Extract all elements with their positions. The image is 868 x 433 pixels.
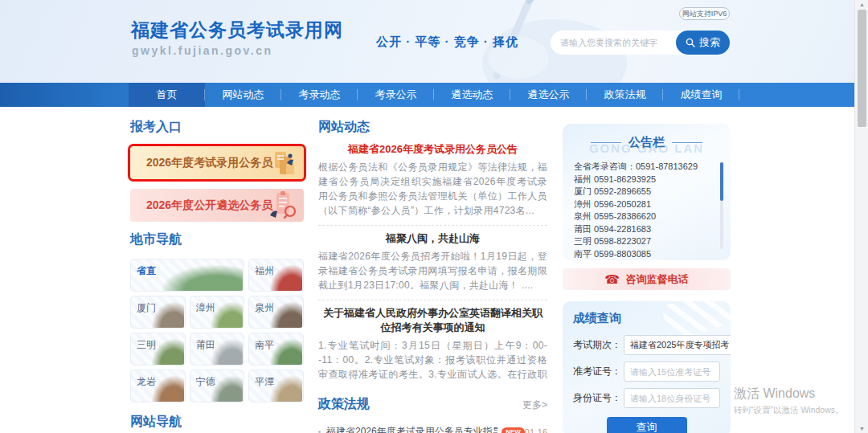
news-article-title[interactable]: 关于福建省人民政府外事办公室英语翻译相关职位招考有关事项的通知 bbox=[323, 306, 542, 335]
id-number-input[interactable] bbox=[624, 388, 720, 408]
city-card[interactable]: 龙岩 bbox=[130, 370, 186, 402]
id-number-row: 身份证号： bbox=[573, 388, 720, 408]
nav-item[interactable]: 遴选公示 bbox=[510, 83, 587, 107]
city-photo bbox=[270, 339, 302, 365]
news-article-body: 根据公务员法和《公务员录用规定》等法律法规，福建省公务员局决定组织实施福建省20… bbox=[318, 160, 547, 218]
nav-item-label: 遴选公示 bbox=[528, 88, 570, 100]
exam-session-label: 考试期次： bbox=[573, 338, 624, 352]
news-heading: 网站动态 bbox=[318, 119, 547, 136]
board-title: 公告栏 bbox=[628, 135, 665, 150]
city-card[interactable]: 厦门 bbox=[130, 296, 186, 329]
city-card[interactable]: 三明 bbox=[130, 333, 186, 366]
search-button[interactable]: 搜索 bbox=[676, 31, 730, 55]
phone-item: 福州 0591-86293925 bbox=[574, 174, 719, 186]
nav-item[interactable]: 政策法规 bbox=[587, 83, 663, 107]
news-article-title[interactable]: 福聚八闽，共赴山海 bbox=[323, 231, 542, 246]
documents-person-icon bbox=[264, 149, 299, 178]
policy-title[interactable]: 福建省2026年度考试录用公务员专业指导目录 bbox=[326, 425, 497, 433]
city-grid: 省直 福州 厦门 漳州 泉州 三明 bbox=[130, 259, 304, 402]
exam-session-value: 福建省2025年度专项招考 bbox=[630, 339, 729, 351]
city-label: 漳州 bbox=[196, 301, 215, 315]
policy-date: 01-16 bbox=[525, 427, 547, 433]
nav-item[interactable]: 网站动态 bbox=[205, 83, 281, 107]
city-photo bbox=[152, 376, 184, 402]
nav-item[interactable]: 考录公示 bbox=[358, 83, 434, 107]
nav-item-label: 网站动态 bbox=[223, 88, 264, 100]
middle-column: 网站动态 福建省2026年度考试录用公务员公告 根据公务员法和《公务员录用规定》… bbox=[318, 112, 547, 433]
ipv6-badge: 网站支持IPV6 bbox=[679, 7, 730, 20]
score-query-card: 成绩查询 考试期次： 福建省2025年度专项招考 准考证号： 身份证号： 查询 bbox=[563, 301, 731, 433]
city-card[interactable]: 漳州 bbox=[190, 296, 245, 329]
city-card[interactable]: 福州 bbox=[248, 259, 304, 292]
windows-activation-watermark: 激活 Windows 转到“设置”以激活 Windows。 bbox=[734, 386, 844, 416]
site-url: gwykl.fujian.gov.cn bbox=[132, 44, 273, 57]
board-scrollbar[interactable] bbox=[720, 162, 723, 249]
admission-number-row: 准考证号： bbox=[573, 362, 720, 382]
query-button[interactable]: 查询 bbox=[607, 417, 687, 433]
main-nav: 首页 网站动态 考录动态 考录公示 遴选动态 遴选公示 政策法规 bbox=[0, 83, 854, 107]
city-card[interactable]: 南平 bbox=[248, 333, 304, 366]
search-icon bbox=[686, 38, 695, 47]
exam-session-select[interactable]: 福建省2025年度专项招考 bbox=[624, 335, 731, 355]
city-label: 平潭 bbox=[255, 375, 274, 389]
scrollbar-thumb[interactable] bbox=[858, 10, 866, 127]
admission-number-label: 准考证号： bbox=[573, 365, 624, 378]
city-card[interactable]: 平潭 bbox=[248, 370, 304, 402]
city-photo bbox=[162, 265, 243, 291]
divider bbox=[318, 225, 547, 226]
phone-item: 南平 0599-8803085 bbox=[574, 248, 719, 261]
policy-row[interactable]: 福建省2026年度考试录用公务员专业指导目录 NEW 01-16 bbox=[318, 423, 547, 433]
phone-list: 全省考录咨询：0591-87813629 福州 0591-86293925 厦门… bbox=[574, 161, 719, 260]
policy-more-link[interactable]: 更多> bbox=[522, 398, 547, 412]
city-label: 宁德 bbox=[196, 375, 215, 389]
phone-item: 厦门 0592-2896655 bbox=[574, 186, 719, 198]
city-label: 龙岩 bbox=[137, 375, 156, 389]
nav-item[interactable]: 遴选动态 bbox=[434, 83, 510, 107]
city-label: 莆田 bbox=[196, 338, 215, 352]
phone-item: 三明 0598-8223027 bbox=[574, 235, 719, 248]
nav-item[interactable]: 首页 bbox=[129, 83, 205, 107]
page-header: 福建省公务员考试录用网 gwykl.fujian.gov.cn 公开 · 平等 … bbox=[0, 0, 854, 83]
search-bar: 搜索 bbox=[551, 31, 730, 55]
left-column: 报考入口 2026年度考试录用公务员 2026年度公开遴选公务员 地市导航 bbox=[130, 112, 304, 433]
city-label: 南平 bbox=[255, 338, 274, 352]
policy-heading: 政策法规 bbox=[318, 396, 370, 413]
city-label: 泉州 bbox=[255, 301, 274, 315]
entry-banner-open-selection[interactable]: 2026年度公开遴选公务员 bbox=[130, 189, 304, 222]
scrollbar-down-arrow[interactable]: ▼ bbox=[855, 426, 868, 431]
city-photo bbox=[211, 376, 243, 402]
entry-heading: 报考入口 bbox=[130, 119, 304, 136]
telephone-icon: ☎ bbox=[604, 273, 620, 285]
search-input[interactable] bbox=[551, 31, 684, 55]
board-header: 公告栏 bbox=[574, 135, 719, 150]
entry-banner-exam-recruit[interactable]: 2026年度考试录用公务员 bbox=[130, 146, 304, 179]
right-column: GONG GAO LAN 公告栏 全省考录咨询：0591-87813629 福州… bbox=[563, 112, 731, 433]
entry-banner-label: 2026年度公开遴选公务员 bbox=[146, 198, 272, 213]
site-title: 福建省公务员考试录用网 bbox=[131, 18, 343, 43]
city-card[interactable]: 莆田 bbox=[190, 333, 245, 366]
phone-item: 泉州 0595-28386620 bbox=[574, 210, 719, 223]
scrollbar-up-arrow[interactable]: ▲ bbox=[855, 2, 868, 7]
score-query-heading: 成绩查询 bbox=[573, 311, 720, 326]
news-article-title[interactable]: 福建省2026年度考试录用公务员公告 bbox=[323, 142, 542, 157]
city-label: 省直 bbox=[137, 264, 156, 278]
id-number-label: 身份证号： bbox=[573, 391, 624, 405]
city-label: 福州 bbox=[255, 264, 274, 278]
hotline-bar[interactable]: ☎ 咨询监督电话 bbox=[563, 268, 731, 290]
city-card[interactable]: 宁德 bbox=[190, 370, 245, 402]
nav-item[interactable]: 成绩查询 bbox=[663, 83, 739, 107]
city-card[interactable]: 省直 bbox=[130, 259, 244, 292]
site-nav-heading: 网站导航 bbox=[130, 414, 304, 431]
admission-number-input[interactable] bbox=[624, 362, 720, 382]
board-scrollbar-thumb[interactable] bbox=[720, 162, 723, 201]
page-scrollbar[interactable]: ▲ ▼ bbox=[854, 0, 868, 433]
news-article-body: 福建省2026年度公务员招考开始啦！1月19日起，登录福建省公务员考试录用网填写… bbox=[318, 249, 547, 292]
nav-item[interactable]: 考录动态 bbox=[281, 83, 358, 107]
phone-item: 漳州 0596-2050281 bbox=[574, 198, 719, 211]
nav-list: 首页 网站动态 考录动态 考录公示 遴选动态 遴选公示 政策法规 bbox=[0, 83, 854, 107]
city-photo bbox=[152, 339, 184, 365]
city-label: 厦门 bbox=[137, 301, 156, 315]
city-photo bbox=[270, 376, 302, 402]
city-card[interactable]: 泉州 bbox=[248, 296, 304, 329]
cities-heading: 地市导航 bbox=[130, 231, 304, 248]
